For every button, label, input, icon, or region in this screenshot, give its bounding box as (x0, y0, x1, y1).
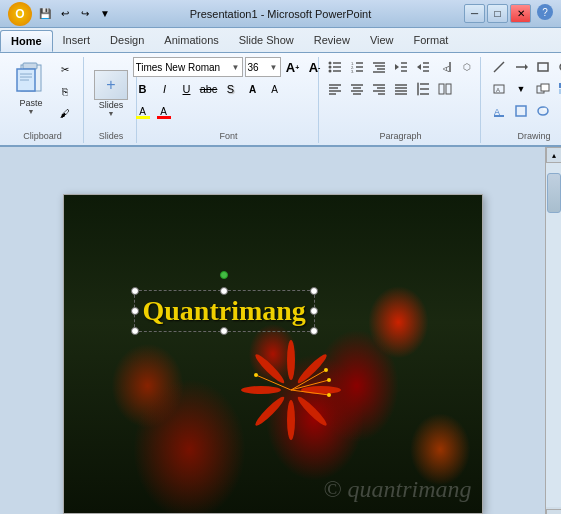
svg-point-91 (327, 378, 331, 382)
save-quick-btn[interactable]: 💾 (36, 5, 54, 23)
redo-quick-btn[interactable]: ↪ (76, 5, 94, 23)
strikethrough-btn[interactable]: abc (199, 79, 219, 99)
convert-smartart-btn[interactable]: ⬡ (457, 57, 477, 77)
slide-frame[interactable]: Quantrimang © quantrimang (63, 194, 483, 514)
svg-point-81 (295, 395, 329, 429)
shadow-btn[interactable]: S (221, 79, 241, 99)
handle-bottom-right[interactable] (310, 327, 318, 335)
shape-line-btn[interactable] (489, 57, 509, 77)
handle-bottom-left[interactable] (131, 327, 139, 335)
font-highlight-btn[interactable]: A (133, 101, 153, 121)
svg-point-92 (327, 393, 331, 397)
rotation-handle[interactable] (220, 271, 228, 279)
paste-icon (13, 60, 49, 98)
text-box[interactable]: Quantrimang (134, 290, 315, 332)
window-controls: ─ □ ✕ ? (464, 4, 553, 23)
shape-fill-btn[interactable]: A (489, 101, 509, 121)
shape-more-btn[interactable]: ▼ (511, 79, 531, 99)
font-color-btn[interactable]: A (154, 101, 174, 121)
shape-arrow-btn[interactable] (511, 57, 531, 77)
char-spacing-btn[interactable]: A (243, 79, 263, 99)
bold-btn[interactable]: B (133, 79, 153, 99)
slide-panel: Quantrimang © quantrimang ◂ ▸ (0, 147, 545, 514)
text-direction-btn[interactable]: A (435, 57, 455, 77)
align-left-btn[interactable] (325, 79, 345, 99)
align-right-btn[interactable] (369, 79, 389, 99)
handle-top-right[interactable] (310, 287, 318, 295)
slide-canvas-area[interactable]: Quantrimang © quantrimang (0, 147, 545, 514)
multilevel-list-btn[interactable] (369, 57, 389, 77)
svg-point-6 (328, 62, 331, 65)
quick-access-toolbar: O 💾 ↩ ↪ ▼ (8, 2, 114, 26)
new-slide-button[interactable]: + Slides ▼ (92, 68, 130, 119)
right-scrollbar[interactable]: ▴ ⬆ ⬡ ⬇ ▾ (545, 147, 561, 514)
quick-styles-btn[interactable] (555, 79, 561, 99)
shape-ellipse-btn[interactable] (555, 57, 561, 77)
cut-btn[interactable]: ✂ (55, 59, 75, 79)
prev-page-btn[interactable]: ⬆ (546, 509, 562, 514)
increase-indent-btn[interactable] (413, 57, 433, 77)
v-scroll-thumb[interactable] (547, 173, 561, 213)
tab-slideshow[interactable]: Slide Show (229, 30, 304, 52)
svg-rect-54 (439, 84, 444, 94)
font-row1: Times New Roman ▼ 36 ▼ A+ A- (133, 57, 325, 77)
handle-middle-left[interactable] (131, 307, 139, 315)
paste-label: Paste (19, 98, 42, 108)
shape-textbox-btn[interactable]: A (489, 79, 509, 99)
close-btn[interactable]: ✕ (510, 4, 531, 23)
svg-point-73 (543, 108, 547, 111)
undo-quick-btn[interactable]: ↩ (56, 5, 74, 23)
increase-font-btn[interactable]: A+ (283, 57, 303, 77)
watermark: © quantrimang (323, 476, 471, 503)
justify-btn[interactable] (391, 79, 411, 99)
shape-effects-btn[interactable] (533, 101, 553, 121)
tab-insert[interactable]: Insert (53, 30, 101, 52)
underline-btn[interactable]: U (177, 79, 197, 99)
shape-rect-btn[interactable] (533, 57, 553, 77)
v-scroll-track[interactable] (546, 163, 561, 507)
minimize-btn[interactable]: ─ (464, 4, 485, 23)
paste-dropdown[interactable]: ▼ (28, 108, 35, 115)
maximize-btn[interactable]: □ (487, 4, 508, 23)
tab-animations[interactable]: Animations (154, 30, 228, 52)
customize-quick-btn[interactable]: ▼ (96, 5, 114, 23)
handle-bottom-middle[interactable] (220, 327, 228, 335)
format-painter-btn[interactable]: 🖌 (55, 103, 75, 123)
svg-marker-22 (395, 64, 399, 70)
handle-middle-right[interactable] (310, 307, 318, 315)
handle-top-middle[interactable] (220, 287, 228, 295)
help-btn[interactable]: ? (537, 4, 553, 20)
svg-point-90 (324, 368, 328, 372)
tab-format[interactable]: Format (404, 30, 459, 52)
window-title: Presentation1 - Microsoft PowerPoint (190, 8, 372, 20)
svg-marker-58 (525, 64, 528, 70)
slides-label: Slides (99, 100, 124, 110)
tab-design[interactable]: Design (100, 30, 154, 52)
font-group-label: Font (219, 131, 237, 141)
svg-point-82 (287, 400, 295, 440)
italic-btn[interactable]: I (155, 79, 175, 99)
tab-home[interactable]: Home (0, 30, 53, 52)
copy-btn[interactable]: ⎘ (55, 81, 75, 101)
decrease-indent-btn[interactable] (391, 57, 411, 77)
scroll-up-btn[interactable]: ▴ (546, 147, 562, 163)
font-name-select[interactable]: Times New Roman ▼ (133, 57, 243, 77)
line-spacing-btn[interactable] (413, 79, 433, 99)
svg-point-84 (241, 386, 281, 394)
handle-top-left[interactable] (131, 287, 139, 295)
office-logo[interactable]: O (8, 2, 32, 26)
paste-button[interactable]: Paste ▼ (10, 57, 52, 118)
tab-view[interactable]: View (360, 30, 404, 52)
columns-btn[interactable] (435, 79, 455, 99)
arrange-btn[interactable] (533, 79, 553, 99)
align-center-btn[interactable] (347, 79, 367, 99)
font-size-value: 36 (248, 62, 259, 73)
tab-review[interactable]: Review (304, 30, 360, 52)
shape-outline-btn[interactable] (511, 101, 531, 121)
font-size-select[interactable]: 36 ▼ (245, 57, 281, 77)
numbered-list-btn[interactable]: 1.2.3. (347, 57, 367, 77)
slides-dropdown[interactable]: ▼ (108, 110, 115, 117)
bullet-list-btn[interactable] (325, 57, 345, 77)
char-spacing-down-btn[interactable]: A (265, 79, 285, 99)
clipboard-group: Paste ▼ ✂ ⎘ 🖌 Clipboard (4, 57, 84, 143)
